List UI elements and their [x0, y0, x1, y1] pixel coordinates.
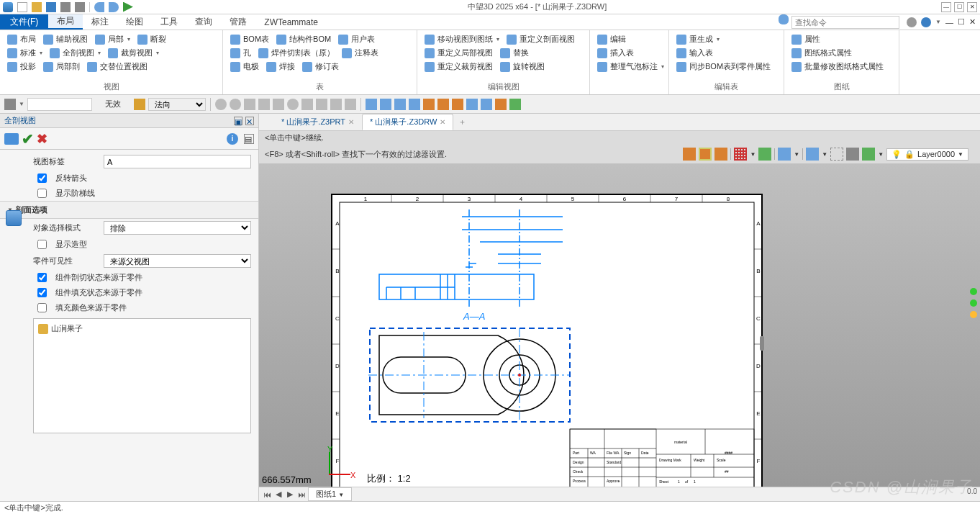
tb-icon-7[interactable]	[301, 99, 313, 110]
redo-icon[interactable]	[109, 2, 119, 12]
btn-batch-fmt[interactable]: 批量修改图纸格式属性	[789, 60, 886, 73]
btn-revision[interactable]: 修订表	[299, 60, 342, 73]
btn-balloon[interactable]: 整理气泡标注▾	[594, 60, 667, 73]
ct-wireframe-icon[interactable]	[830, 148, 843, 161]
btn-detail[interactable]: 局部▾	[92, 33, 133, 45]
sheet-next[interactable]: ▶	[285, 490, 295, 499]
panel-mode-icon[interactable]	[4, 133, 19, 145]
chk-show-shape[interactable]	[37, 240, 47, 249]
btn-standard[interactable]: 标准▾	[4, 47, 45, 59]
ct-shade-icon[interactable]	[846, 148, 859, 161]
btn-aux-view[interactable]: 辅助视图	[40, 33, 91, 45]
btn-welding[interactable]: 焊接	[263, 60, 298, 73]
tool-filter-icon[interactable]	[4, 99, 16, 110]
btn-local-section[interactable]: 局部剖	[40, 60, 83, 73]
tb-icon-6[interactable]	[287, 99, 299, 110]
tab-annotate[interactable]: 标注	[83, 14, 117, 30]
sheet-prev[interactable]: ◀	[273, 490, 283, 499]
btn-replace[interactable]: 替换	[497, 47, 532, 59]
confirm-button[interactable]: ✔	[22, 130, 34, 148]
chk-color-from-part[interactable]	[37, 303, 47, 312]
ct-material-icon[interactable]	[862, 148, 875, 161]
sheet-tab[interactable]: 图纸1 ▼	[308, 487, 352, 501]
tb-icon-12[interactable]	[380, 99, 391, 110]
sheet-last[interactable]: ⏭	[296, 490, 307, 499]
tool-normal-icon[interactable]	[134, 99, 145, 110]
tab-query[interactable]: 查询	[186, 14, 221, 30]
btn-sync-bom[interactable]: 同步BOM表到零件属性	[673, 60, 773, 73]
help-icon[interactable]	[921, 17, 931, 27]
tb-icon-15[interactable]	[423, 99, 435, 110]
layer-selector[interactable]: 💡 🔒 Layer0000 ▼	[886, 148, 968, 161]
mdi-restore[interactable]: ☐	[958, 17, 965, 27]
btn-user-table[interactable]: 用户表	[335, 33, 378, 45]
save-icon[interactable]	[46, 2, 56, 12]
play-icon[interactable]	[123, 2, 133, 12]
doc-tab-prt[interactable]: * 山涧果子.Z3PRT✕	[273, 114, 362, 130]
sheet-first[interactable]: ⏮	[262, 490, 272, 499]
tb-icon-18[interactable]	[466, 99, 478, 110]
tb-icon-9[interactable]	[330, 99, 342, 110]
btn-bom[interactable]: BOM表	[227, 33, 272, 45]
side-icon-1[interactable]	[6, 210, 22, 226]
mdi-close[interactable]: ✕	[969, 17, 976, 27]
btn-insert-table[interactable]: 插入表	[594, 47, 637, 59]
ct-zoom-icon[interactable]	[778, 148, 791, 161]
tb-icon-4[interactable]	[258, 99, 270, 110]
tb-icon-13[interactable]	[394, 99, 406, 110]
chk-show-step[interactable]	[37, 189, 47, 198]
close-button[interactable]: ✕	[967, 2, 977, 12]
tb-icon-1[interactable]	[215, 99, 227, 110]
mdi-minimize[interactable]: —	[945, 18, 953, 27]
tb-icon-11[interactable]	[366, 99, 377, 110]
tb-icon-2[interactable]	[230, 99, 241, 110]
open-icon[interactable]	[32, 2, 42, 12]
display-dd[interactable]: ▼	[822, 151, 827, 158]
btn-electrode[interactable]: 电极	[227, 60, 262, 73]
drawing-canvas[interactable]: 12345678 12345678 ABCDEF ABCDEF	[259, 163, 980, 487]
ct-icon-3[interactable]	[714, 148, 727, 161]
minimize-button[interactable]: —	[941, 2, 951, 12]
panel-close-icon[interactable]: ✕	[245, 117, 254, 125]
combo-selection[interactable]	[27, 98, 92, 111]
new-icon[interactable]	[17, 2, 27, 12]
btn-struct-bom[interactable]: 结构件BOM	[273, 33, 334, 45]
btn-import-table[interactable]: 输入表	[673, 47, 716, 59]
tab-draw[interactable]: 绘图	[117, 14, 152, 30]
file-menu[interactable]: 文件(F)	[0, 14, 48, 30]
btn-break[interactable]: 断裂	[135, 33, 169, 45]
btn-rotate-view[interactable]: 旋转视图	[497, 60, 548, 73]
tab-tools[interactable]: 工具	[152, 14, 186, 30]
mat-dd[interactable]: ▼	[878, 151, 884, 158]
btn-weld-cut[interactable]: 焊件切割表（原）	[255, 47, 337, 59]
tb-icon-16[interactable]	[437, 99, 449, 110]
btn-edit[interactable]: 编辑	[594, 33, 629, 45]
ct-icon-2[interactable]	[699, 148, 712, 161]
chk-reverse-arrow[interactable]	[37, 173, 47, 183]
btn-move-view[interactable]: 移动视图到图纸▾	[422, 33, 502, 45]
settings-icon[interactable]	[907, 17, 917, 27]
info-icon[interactable]: i	[227, 133, 238, 145]
tb-icon-17[interactable]	[452, 99, 463, 110]
tb-icon-21[interactable]	[509, 99, 521, 110]
zoom-dd[interactable]: ▼	[794, 151, 799, 158]
close-tab-icon[interactable]: ✕	[348, 118, 354, 126]
btn-crop-view[interactable]: 裁剪视图▾	[105, 47, 162, 59]
restore-button[interactable]: ☐	[954, 2, 964, 12]
tb-icon-5[interactable]	[273, 99, 284, 110]
ct-grid-icon[interactable]	[734, 148, 747, 161]
tree-item[interactable]: 山涧果子	[37, 322, 248, 335]
tb-icon-14[interactable]	[409, 99, 420, 110]
panel-pin-icon[interactable]: ▣	[234, 117, 242, 125]
tab-piping[interactable]: 管路	[221, 14, 255, 30]
tab-zwteammate[interactable]: ZWTeammate	[255, 14, 327, 30]
chk-section-from-part[interactable]	[37, 273, 47, 282]
btn-layout[interactable]: 布局	[4, 33, 39, 45]
tb-icon-8[interactable]	[316, 99, 327, 110]
btn-full-section[interactable]: 全剖视图▾	[47, 47, 104, 59]
btn-alt-position[interactable]: 交替位置视图	[84, 60, 150, 73]
cancel-button[interactable]: ✖	[37, 131, 47, 147]
tab-layout[interactable]: 布局	[48, 14, 83, 30]
tb-icon-3[interactable]	[244, 99, 255, 110]
btn-regen[interactable]: 重生成▾	[673, 33, 722, 45]
